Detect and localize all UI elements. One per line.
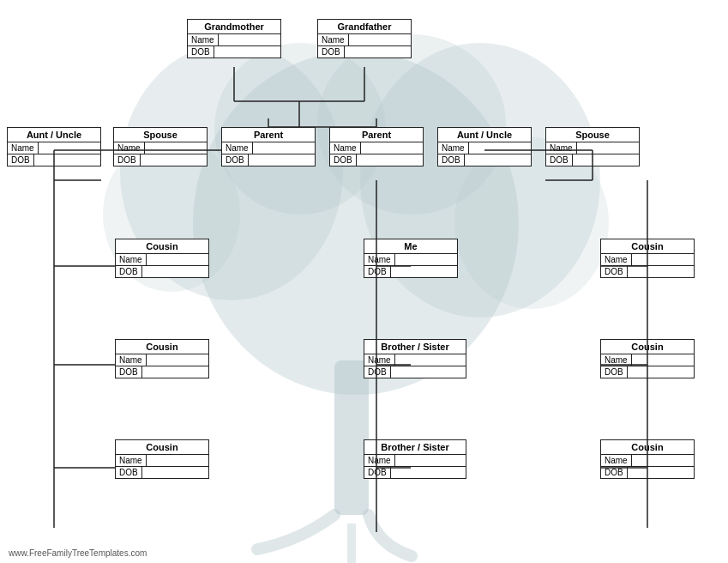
cousin-left-3-name-value[interactable] (147, 455, 208, 466)
spouse-left-dob-label: DOB (114, 154, 141, 166)
cousin-right-2-dob-label: DOB (601, 366, 628, 378)
cousin-right-2-title: Cousin (600, 339, 695, 354)
spouse-left-box: Spouse Name DOB (113, 127, 208, 166)
spouse-left-title: Spouse (113, 127, 208, 142)
grandmother-title: Grandmother (187, 19, 281, 34)
cousin-left-1-name-value[interactable] (147, 254, 208, 265)
spouse-right-title: Spouse (545, 127, 640, 142)
grandfather-dob-value[interactable] (345, 46, 411, 58)
cousin-right-1-title: Cousin (600, 239, 695, 254)
cousin-left-3-box: Cousin Name DOB (115, 439, 209, 479)
cousin-left-1-dob-value[interactable] (142, 266, 208, 277)
family-tree-page: Grandmother Name DOB Grandfather Name DO… (0, 0, 728, 563)
brother-sister-2-title: Brother / Sister (364, 439, 466, 455)
grandmother-box: Grandmother Name DOB (187, 19, 281, 58)
brother-sister-2-dob-value[interactable] (391, 467, 466, 478)
cousin-left-1-name-label: Name (116, 254, 147, 265)
cousin-right-2-box: Cousin Name DOB (600, 339, 695, 378)
cousin-left-1-title: Cousin (115, 239, 209, 254)
aunt-uncle-right-name-value[interactable] (469, 142, 531, 154)
aunt-uncle-right-name-label: Name (438, 142, 469, 154)
cousin-right-1-name-label: Name (601, 254, 632, 265)
spouse-right-name-value[interactable] (577, 142, 639, 154)
cousin-right-1-dob-label: DOB (601, 266, 628, 277)
brother-sister-1-name-value[interactable] (395, 354, 466, 366)
cousin-left-2-dob-value[interactable] (142, 366, 208, 378)
grandfather-name-label: Name (318, 34, 349, 45)
grandfather-title: Grandfather (317, 19, 412, 34)
me-title: Me (364, 239, 458, 254)
aunt-uncle-left-dob-value[interactable] (34, 154, 100, 166)
spouse-left-name-label: Name (114, 142, 145, 154)
grandfather-name-value[interactable] (349, 34, 411, 45)
aunt-uncle-left-dob-label: DOB (8, 154, 34, 166)
cousin-left-1-dob-label: DOB (116, 266, 142, 277)
me-name-value[interactable] (395, 254, 457, 265)
grandmother-name-value[interactable] (219, 34, 280, 45)
brother-sister-2-dob-label: DOB (364, 467, 391, 478)
me-dob-value[interactable] (391, 266, 457, 277)
cousin-left-3-dob-value[interactable] (142, 467, 208, 478)
parent-left-name-label: Name (222, 142, 253, 154)
brother-sister-1-dob-label: DOB (364, 366, 391, 378)
content-layer: Grandmother Name DOB Grandfather Name DO… (0, 0, 728, 563)
parent-left-box: Parent Name DOB (221, 127, 316, 166)
spouse-right-box: Spouse Name DOB (545, 127, 640, 166)
me-name-label: Name (364, 254, 395, 265)
aunt-uncle-left-box: Aunt / Uncle Name DOB (7, 127, 101, 166)
parent-left-dob-label: DOB (222, 154, 249, 166)
grandmother-dob-value[interactable] (214, 46, 280, 58)
parent-right-name-label: Name (330, 142, 361, 154)
grandmother-dob-label: DOB (188, 46, 214, 58)
cousin-left-1-box: Cousin Name DOB (115, 239, 209, 278)
cousin-right-3-dob-value[interactable] (628, 467, 694, 478)
spouse-left-name-value[interactable] (145, 142, 207, 154)
parent-left-name-value[interactable] (253, 142, 315, 154)
grandmother-name-label: Name (188, 34, 219, 45)
aunt-uncle-right-title: Aunt / Uncle (437, 127, 532, 142)
spouse-left-dob-value[interactable] (141, 154, 207, 166)
parent-right-box: Parent Name DOB (329, 127, 424, 166)
aunt-uncle-left-title: Aunt / Uncle (7, 127, 101, 142)
me-dob-label: DOB (364, 266, 391, 277)
cousin-left-2-dob-label: DOB (116, 366, 142, 378)
brother-sister-1-dob-value[interactable] (391, 366, 466, 378)
aunt-uncle-left-name-value[interactable] (39, 142, 100, 154)
cousin-right-1-name-value[interactable] (632, 254, 694, 265)
cousin-right-2-dob-value[interactable] (628, 366, 694, 378)
spouse-right-dob-value[interactable] (573, 154, 639, 166)
brother-sister-2-name-value[interactable] (395, 455, 466, 466)
cousin-right-2-name-label: Name (601, 354, 632, 366)
cousin-left-2-box: Cousin Name DOB (115, 339, 209, 378)
cousin-right-1-dob-value[interactable] (628, 266, 694, 277)
parent-right-name-value[interactable] (361, 142, 423, 154)
aunt-uncle-right-dob-label: DOB (438, 154, 465, 166)
cousin-left-2-name-value[interactable] (147, 354, 208, 366)
footer-text: www.FreeFamilyTreeTemplates.com (9, 548, 147, 558)
parent-right-title: Parent (329, 127, 424, 142)
spouse-right-name-label: Name (546, 142, 577, 154)
parent-right-dob-value[interactable] (357, 154, 423, 166)
cousin-right-3-name-value[interactable] (632, 455, 694, 466)
aunt-uncle-right-box: Aunt / Uncle Name DOB (437, 127, 532, 166)
parent-left-title: Parent (221, 127, 316, 142)
parent-right-dob-label: DOB (330, 154, 357, 166)
me-box: Me Name DOB (364, 239, 458, 278)
brother-sister-1-title: Brother / Sister (364, 339, 466, 354)
spouse-right-dob-label: DOB (546, 154, 573, 166)
brother-sister-2-box: Brother / Sister Name DOB (364, 439, 466, 479)
cousin-right-3-name-label: Name (601, 455, 632, 466)
cousin-left-3-name-label: Name (116, 455, 147, 466)
grandfather-dob-label: DOB (318, 46, 345, 58)
cousin-left-2-title: Cousin (115, 339, 209, 354)
cousin-left-3-title: Cousin (115, 439, 209, 455)
cousin-right-2-name-value[interactable] (632, 354, 694, 366)
cousin-left-3-dob-label: DOB (116, 467, 142, 478)
cousin-right-1-box: Cousin Name DOB (600, 239, 695, 278)
brother-sister-1-name-label: Name (364, 354, 395, 366)
cousin-right-3-dob-label: DOB (601, 467, 628, 478)
parent-left-dob-value[interactable] (249, 154, 315, 166)
aunt-uncle-left-name-label: Name (8, 142, 39, 154)
cousin-left-2-name-label: Name (116, 354, 147, 366)
aunt-uncle-right-dob-value[interactable] (465, 154, 531, 166)
